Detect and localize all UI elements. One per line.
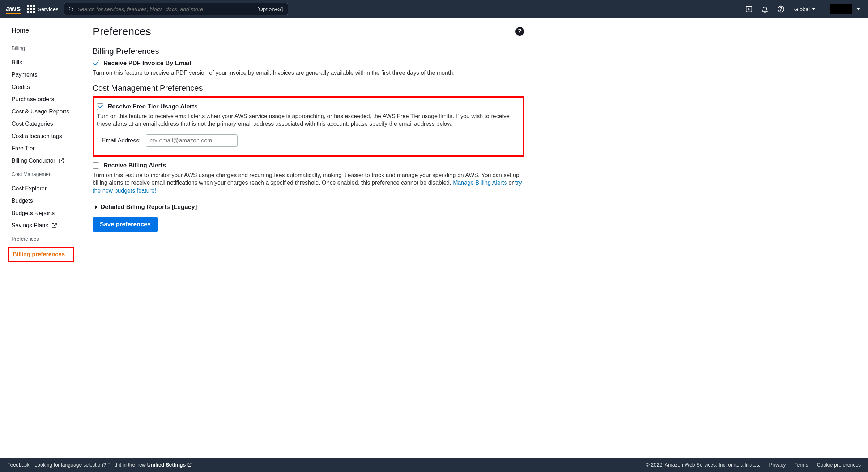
sidebar-item-purchase-orders[interactable]: Purchase orders bbox=[0, 93, 90, 106]
search-icon bbox=[68, 6, 74, 12]
or-text: or bbox=[507, 180, 515, 186]
sidebar-item-budgets[interactable]: Budgets bbox=[0, 195, 90, 207]
annotation-highlight: Receive Free Tier Usage Alerts Turn on t… bbox=[93, 96, 524, 157]
topnav-right: Global bbox=[741, 2, 862, 16]
page-title: Preferences bbox=[93, 25, 151, 38]
footer-right: © 2022, Amazon Web Services, Inc. or its… bbox=[646, 462, 861, 468]
aws-logo[interactable]: aws bbox=[6, 4, 22, 14]
billing-preferences-heading: Billing Preferences bbox=[93, 47, 524, 56]
sidebar-item-savings-plans[interactable]: Savings Plans bbox=[0, 219, 90, 232]
triangle-right-icon bbox=[95, 205, 98, 209]
sidebar-item-cost-explorer[interactable]: Cost Explorer bbox=[0, 183, 90, 195]
divider bbox=[12, 180, 83, 180]
chevron-down-icon bbox=[812, 7, 816, 11]
main-content: Preferences ? Billing Preferences Receiv… bbox=[90, 18, 532, 458]
feedback-link[interactable]: Feedback bbox=[7, 462, 29, 468]
sidebar-item-payments[interactable]: Payments bbox=[0, 69, 90, 81]
save-preferences-button[interactable]: Save preferences bbox=[93, 217, 158, 232]
page-help-button[interactable]: ? bbox=[515, 27, 524, 36]
sidebar-item-label: Billing Conductor bbox=[12, 158, 55, 164]
annotation-highlight: Billing preferences bbox=[8, 247, 74, 262]
search-bar[interactable]: [Option+S] bbox=[64, 3, 288, 15]
sidebar-item-billing-conductor[interactable]: Billing Conductor bbox=[0, 155, 90, 167]
footer-lang-prompt: Looking for language selection? Find it … bbox=[34, 462, 147, 468]
terms-link[interactable]: Terms bbox=[794, 462, 808, 468]
free-tier-description: Turn on this feature to receive email al… bbox=[97, 112, 518, 128]
free-tier-label: Receive Free Tier Usage Alerts bbox=[108, 103, 198, 110]
search-shortcut: [Option+S] bbox=[257, 6, 283, 12]
email-label: Email Address: bbox=[102, 137, 141, 144]
help-icon bbox=[777, 5, 784, 13]
sidebar-item-budgets-reports[interactable]: Budgets Reports bbox=[0, 207, 90, 219]
external-link-icon bbox=[58, 158, 65, 164]
sidebar-item-cost-allocation-tags[interactable]: Cost allocation tags bbox=[0, 130, 90, 142]
services-label: Services bbox=[38, 6, 59, 12]
notifications-button[interactable] bbox=[757, 2, 773, 16]
cloudshell-button[interactable] bbox=[741, 2, 757, 16]
external-link-icon bbox=[51, 222, 58, 229]
help-icon: ? bbox=[515, 27, 524, 36]
svg-point-0 bbox=[69, 7, 72, 10]
page-title-row: Preferences ? bbox=[93, 25, 524, 40]
sidebar-item-cost-categories[interactable]: Cost Categories bbox=[0, 118, 90, 130]
services-grid-icon bbox=[27, 5, 35, 13]
cookie-preferences-link[interactable]: Cookie preferences bbox=[817, 462, 861, 468]
bell-icon bbox=[761, 5, 769, 13]
sidebar-item-free-tier[interactable]: Free Tier bbox=[0, 142, 90, 155]
billing-alerts-checkbox[interactable] bbox=[93, 162, 99, 169]
pdf-invoice-label: Receive PDF Invoice By Email bbox=[103, 60, 191, 67]
cloudshell-icon bbox=[745, 5, 753, 13]
manage-billing-alerts-link[interactable]: Manage Billing Alerts bbox=[453, 180, 507, 186]
sidebar: Home Billing Bills Payments Credits Purc… bbox=[0, 18, 90, 458]
billing-alerts-label: Receive Billing Alerts bbox=[103, 162, 166, 169]
account-menu[interactable] bbox=[821, 2, 862, 16]
billing-alerts-description: Turn on this feature to monitor your AWS… bbox=[93, 171, 524, 195]
email-input[interactable] bbox=[146, 134, 238, 147]
sidebar-item-credits[interactable]: Credits bbox=[0, 81, 90, 93]
sidebar-home[interactable]: Home bbox=[0, 25, 90, 41]
region-label: Global bbox=[794, 6, 810, 12]
unified-settings-link[interactable]: Unified Settings bbox=[147, 462, 192, 468]
footer: Feedback Looking for language selection?… bbox=[0, 458, 868, 472]
footer-lang-text: Looking for language selection? Find it … bbox=[34, 462, 192, 468]
copyright-text: © 2022, Amazon Web Services, Inc. or its… bbox=[646, 462, 760, 468]
top-nav: aws Services [Option+S] Global bbox=[0, 0, 868, 18]
cost-management-heading: Cost Management Preferences bbox=[93, 83, 524, 93]
unified-settings-label: Unified Settings bbox=[147, 462, 186, 468]
region-selector[interactable]: Global bbox=[789, 2, 821, 16]
sidebar-item-billing-preferences[interactable]: Billing preferences bbox=[9, 250, 73, 258]
help-button[interactable] bbox=[773, 2, 789, 16]
divider bbox=[12, 54, 83, 54]
sidebar-section-billing: Billing bbox=[0, 43, 90, 52]
external-link-icon bbox=[187, 462, 192, 467]
free-tier-checkbox[interactable] bbox=[97, 103, 103, 110]
detailed-billing-expander[interactable]: Detailed Billing Reports [Legacy] bbox=[95, 203, 524, 211]
services-button[interactable]: Services bbox=[27, 5, 59, 13]
account-id-redacted bbox=[830, 4, 852, 14]
privacy-link[interactable]: Privacy bbox=[769, 462, 786, 468]
svg-point-5 bbox=[781, 11, 781, 11]
pref-free-tier-alerts: Receive Free Tier Usage Alerts Turn on t… bbox=[97, 103, 518, 147]
svg-line-1 bbox=[72, 10, 73, 11]
svg-marker-6 bbox=[812, 8, 816, 10]
sidebar-section-cost-management: Cost Management bbox=[0, 169, 90, 179]
pref-pdf-invoice: Receive PDF Invoice By Email Turn on thi… bbox=[93, 60, 524, 77]
sidebar-item-cost-usage-reports[interactable]: Cost & Usage Reports bbox=[0, 106, 90, 118]
pdf-invoice-checkbox[interactable] bbox=[93, 60, 99, 66]
svg-marker-7 bbox=[856, 8, 860, 10]
search-input[interactable] bbox=[78, 6, 254, 12]
pref-billing-alerts: Receive Billing Alerts Turn on this feat… bbox=[93, 162, 524, 195]
email-row: Email Address: bbox=[102, 134, 518, 147]
sidebar-item-label: Savings Plans bbox=[12, 222, 48, 229]
pdf-invoice-description: Turn on this feature to receive a PDF ve… bbox=[93, 69, 524, 77]
detailed-billing-label: Detailed Billing Reports [Legacy] bbox=[101, 203, 197, 211]
sidebar-item-bills[interactable]: Bills bbox=[0, 56, 90, 69]
page-body: Home Billing Bills Payments Credits Purc… bbox=[0, 18, 868, 458]
divider bbox=[12, 245, 83, 245]
chevron-down-icon bbox=[856, 7, 860, 11]
svg-text:?: ? bbox=[518, 27, 522, 35]
sidebar-section-preferences: Preferences bbox=[0, 234, 90, 243]
